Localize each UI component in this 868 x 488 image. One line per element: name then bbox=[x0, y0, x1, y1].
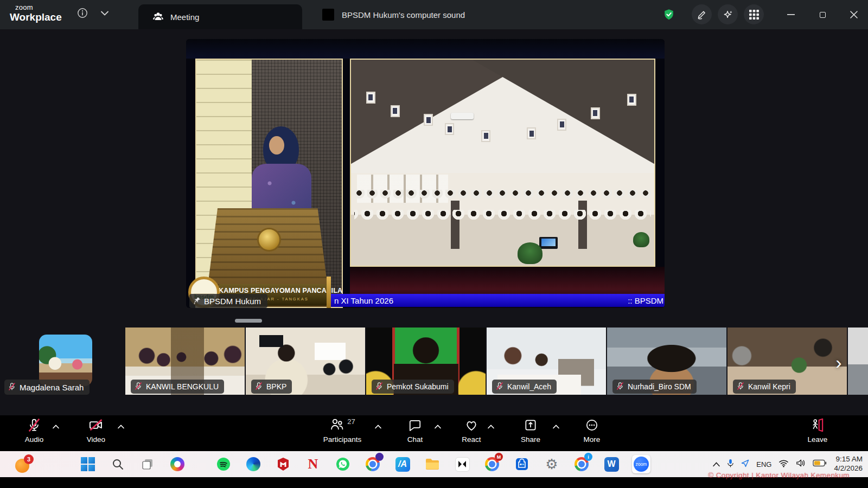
info-icon[interactable] bbox=[76, 7, 88, 19]
participants-count: 27 bbox=[347, 418, 355, 426]
share-options-chevron[interactable] bbox=[550, 422, 562, 432]
ai-companion-sparkle-icon[interactable] bbox=[718, 4, 738, 24]
chrome-i-badge: i bbox=[584, 453, 592, 461]
react-options-chevron[interactable] bbox=[485, 422, 497, 432]
video-muted-icon bbox=[88, 418, 104, 433]
spotify-icon[interactable] bbox=[214, 455, 233, 473]
more-label: More bbox=[584, 435, 601, 444]
participant-name: Magdalena Sarah bbox=[20, 383, 84, 392]
file-explorer-icon[interactable] bbox=[423, 455, 442, 473]
pinned-name: BPSDM Hukum bbox=[204, 297, 261, 306]
meeting-stage: bpsdm KAMPUS PENGAYOMAN PANCASILA PEMBEL… bbox=[0, 29, 868, 415]
participant-tile-magdalena[interactable] bbox=[39, 335, 92, 386]
battery-icon[interactable] bbox=[813, 459, 827, 469]
language-indicator[interactable]: ENG bbox=[756, 460, 771, 468]
chrome-profile-icon[interactable] bbox=[363, 455, 382, 473]
copilot-icon[interactable] bbox=[168, 455, 187, 473]
leave-door-icon bbox=[810, 418, 825, 433]
participant-name: Kanwil Kepri bbox=[748, 382, 790, 391]
zoom-app-icon[interactable]: zoom bbox=[632, 455, 650, 473]
profile-avatar-badge bbox=[375, 453, 384, 461]
chevron-down-icon[interactable] bbox=[99, 7, 111, 19]
filmstrip-next-button[interactable]: › bbox=[829, 350, 848, 374]
more-button[interactable]: More bbox=[562, 418, 622, 444]
settings-gear-icon[interactable]: ⚙ bbox=[542, 455, 561, 473]
ticker-text: n XI Tahun 2026 bbox=[334, 296, 393, 305]
capcut-icon[interactable] bbox=[453, 455, 471, 473]
zoom-meeting-window: zoom Workplace Meeting BPSDM Hukum's com… bbox=[0, 0, 868, 488]
participant-name-pill: KANWIL BENGKULU bbox=[131, 380, 224, 394]
participant-tile[interactable]: Nurhadi_Biro SDM bbox=[607, 328, 726, 395]
participant-name: Pemkot Sukabumi bbox=[387, 382, 449, 391]
people-icon bbox=[152, 11, 164, 23]
volume-icon[interactable] bbox=[796, 459, 806, 470]
participants-label: Participants bbox=[323, 435, 362, 444]
participant-name: KANWIL BENGKULU bbox=[146, 382, 219, 391]
logo-zoom-text: zoom bbox=[15, 4, 62, 11]
mic-muted-icon bbox=[8, 382, 16, 393]
computer-sound-label: BPSDM Hukum's computer sound bbox=[342, 10, 465, 20]
wifi-icon[interactable] bbox=[778, 459, 789, 470]
react-label: React bbox=[462, 435, 481, 444]
participants-button[interactable]: 27 Participants bbox=[312, 418, 372, 444]
computer-sound-share-indicator[interactable]: BPSDM Hukum's computer sound bbox=[322, 9, 465, 21]
word-icon[interactable]: W bbox=[602, 455, 621, 473]
blue-a-app-icon[interactable]: /A bbox=[393, 455, 412, 473]
participant-tile[interactable]: Pemkot Sukabumi bbox=[366, 328, 486, 395]
netflix-icon[interactable]: N bbox=[304, 455, 322, 473]
filmstrip-drag-handle[interactable] bbox=[235, 319, 262, 323]
tray-time: 9:15 AM bbox=[835, 455, 863, 463]
chrome-i-profile-icon[interactable]: i bbox=[572, 455, 591, 473]
participant-name: BPKP bbox=[266, 382, 286, 391]
chrome-m-profile-icon[interactable]: M bbox=[483, 455, 501, 473]
leave-button[interactable]: Leave bbox=[788, 418, 847, 444]
participants-icon bbox=[329, 417, 344, 433]
banner-divider bbox=[327, 277, 331, 308]
participant-name: Kanwil_Aceh bbox=[507, 382, 551, 391]
logo-workplace-text: Workplace bbox=[10, 12, 62, 22]
participants-options-chevron[interactable] bbox=[372, 422, 384, 432]
close-button[interactable] bbox=[843, 8, 865, 22]
security-shield-icon[interactable] bbox=[663, 8, 675, 20]
mic-muted-icon bbox=[135, 382, 142, 392]
video-options-chevron[interactable] bbox=[115, 422, 127, 432]
minimize-button[interactable] bbox=[780, 8, 802, 22]
apps-grid-icon[interactable] bbox=[744, 4, 764, 24]
restore-button[interactable] bbox=[812, 8, 833, 22]
pin-icon bbox=[194, 297, 201, 306]
audio-label: Audio bbox=[25, 435, 44, 444]
notification-app-icon[interactable]: 3 bbox=[15, 455, 34, 473]
clock[interactable]: 9:15 AM 4/2/2026 bbox=[834, 455, 863, 473]
video-label: Video bbox=[87, 435, 105, 444]
participant-tile[interactable]: BPKP bbox=[246, 328, 365, 395]
zoom-workplace-logo: zoom Workplace bbox=[10, 4, 62, 22]
microsoft-store-icon[interactable] bbox=[513, 455, 531, 473]
audience-room-video bbox=[350, 59, 655, 267]
task-view-icon[interactable] bbox=[138, 455, 157, 473]
pinned-participant-label: BPSDM Hukum bbox=[189, 294, 267, 308]
edge-icon[interactable] bbox=[244, 455, 263, 473]
audio-options-chevron[interactable] bbox=[50, 422, 62, 432]
start-button[interactable] bbox=[79, 455, 97, 473]
tab-meeting[interactable]: Meeting bbox=[138, 4, 302, 29]
mic-muted-icon bbox=[737, 382, 744, 392]
meeting-controls-toolbar: Audio Video 27 Participants bbox=[0, 415, 868, 451]
participant-name-pill: Nurhadi_Biro SDM bbox=[612, 380, 697, 394]
annotate-pencil-icon[interactable] bbox=[692, 4, 712, 24]
tray-location-icon[interactable] bbox=[741, 459, 749, 470]
mcafee-icon[interactable] bbox=[274, 455, 292, 473]
search-icon[interactable] bbox=[108, 455, 127, 473]
participant-tile[interactable]: Kanwil_Aceh bbox=[487, 328, 606, 395]
pinned-main-video[interactable]: bpsdm KAMPUS PENGAYOMAN PANCASILA PEMBEL… bbox=[186, 39, 665, 308]
participant-name-pill: Magdalena Sarah bbox=[4, 380, 90, 395]
chat-icon bbox=[408, 418, 422, 433]
tray-chevron-up-icon[interactable] bbox=[713, 459, 720, 469]
participant-name-pill: BPKP bbox=[251, 380, 292, 394]
participant-tile[interactable]: KANWIL BENGKULU bbox=[125, 328, 245, 395]
banner-title: KAMPUS PENGAYOMAN PANCASILA bbox=[219, 287, 327, 294]
mic-muted-icon bbox=[255, 382, 263, 392]
title-bar: zoom Workplace Meeting BPSDM Hukum's com… bbox=[0, 0, 868, 29]
whatsapp-icon[interactable] bbox=[334, 455, 352, 473]
more-ellipsis-icon bbox=[585, 418, 599, 433]
tray-mic-icon[interactable] bbox=[727, 459, 734, 470]
